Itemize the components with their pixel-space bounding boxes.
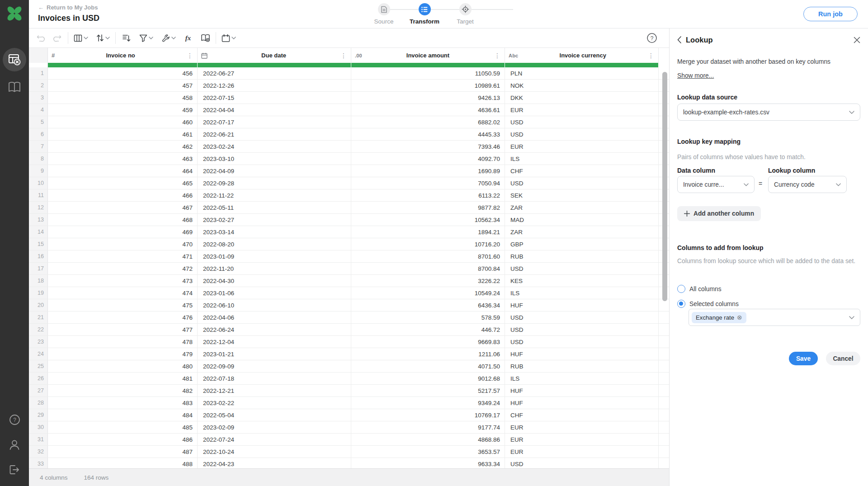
table-cell[interactable]: 474 bbox=[48, 287, 198, 299]
filter-menu-button[interactable] bbox=[137, 31, 155, 45]
table-cell[interactable]: MAD bbox=[505, 214, 659, 226]
tools-menu-button[interactable] bbox=[160, 31, 178, 45]
table-cell[interactable]: USD bbox=[505, 116, 659, 128]
row-number[interactable]: 20 bbox=[29, 299, 48, 311]
table-cell[interactable]: EUR bbox=[505, 434, 659, 445]
row-number[interactable]: 1 bbox=[29, 67, 48, 79]
table-cell[interactable]: 2022-08-20 bbox=[198, 238, 351, 250]
back-to-jobs-link[interactable]: ← Return to My Jobs bbox=[38, 4, 98, 11]
table-cell[interactable]: HUF bbox=[505, 348, 659, 360]
table-cell[interactable]: 476 bbox=[48, 311, 198, 323]
table-cell[interactable]: 2022-04-06 bbox=[198, 311, 351, 323]
column-header-invoice-amount[interactable]: .00 Invoice amount ⋮ bbox=[351, 48, 505, 63]
run-job-button[interactable]: Run job bbox=[803, 7, 858, 21]
cancel-button[interactable]: Cancel bbox=[826, 352, 860, 365]
table-cell[interactable]: 2022-12-26 bbox=[198, 80, 351, 91]
table-cell[interactable]: 470 bbox=[48, 238, 198, 250]
column-header-invoice-currency[interactable]: Abc Invoice currency ⋮ bbox=[505, 48, 659, 63]
table-cell[interactable]: 484 bbox=[48, 409, 198, 421]
table-cell[interactable]: 466 bbox=[48, 189, 198, 201]
table-cell[interactable]: 464 bbox=[48, 165, 198, 177]
table-cell[interactable]: 462 bbox=[48, 141, 198, 152]
table-cell[interactable]: 2022-11-20 bbox=[198, 263, 351, 274]
table-cell[interactable]: 5217.57 bbox=[351, 385, 505, 396]
table-cell[interactable]: 2023-03-14 bbox=[198, 226, 351, 238]
table-cell[interactable]: 2022-06-27 bbox=[198, 67, 351, 79]
table-cell[interactable]: 9012.68 bbox=[351, 373, 505, 384]
table-cell[interactable]: 8701.60 bbox=[351, 250, 505, 262]
row-number[interactable]: 15 bbox=[29, 238, 48, 250]
table-cell[interactable]: 2022-07-17 bbox=[198, 116, 351, 128]
row-number[interactable]: 31 bbox=[29, 434, 48, 445]
radio-option[interactable]: Selected columns bbox=[677, 299, 860, 308]
table-cell[interactable]: 473 bbox=[48, 275, 198, 287]
table-cell[interactable]: 11050.59 bbox=[351, 67, 505, 79]
lookup-column-select[interactable]: Currency code bbox=[768, 176, 847, 193]
table-cell[interactable]: 2022-09-09 bbox=[198, 360, 351, 372]
table-cell[interactable]: CHF bbox=[505, 165, 659, 177]
table-cell[interactable]: 481 bbox=[48, 373, 198, 384]
vertical-scrollbar-thumb[interactable] bbox=[662, 72, 667, 301]
radio-icon[interactable] bbox=[677, 285, 685, 293]
table-cell[interactable]: 2022-05-11 bbox=[198, 202, 351, 213]
remove-tag-icon[interactable]: ⊗ bbox=[737, 314, 742, 321]
table-cell[interactable]: 2022-06-10 bbox=[198, 299, 351, 311]
table-cell[interactable]: 1211.06 bbox=[351, 348, 505, 360]
table-cell[interactable]: 4868.86 bbox=[351, 434, 505, 445]
row-number[interactable]: 32 bbox=[29, 446, 48, 458]
table-cell[interactable]: 6436.34 bbox=[351, 299, 505, 311]
data-column-select[interactable]: Invoice curre... bbox=[677, 176, 755, 193]
table-cell[interactable]: 2022-07-15 bbox=[198, 92, 351, 104]
table-cell[interactable]: 461 bbox=[48, 128, 198, 140]
table-cell[interactable]: 457 bbox=[48, 80, 198, 91]
table-cell[interactable]: 486 bbox=[48, 434, 198, 445]
row-number[interactable]: 5 bbox=[29, 116, 48, 128]
radio-option[interactable]: All columns bbox=[677, 284, 860, 293]
row-number[interactable]: 13 bbox=[29, 214, 48, 226]
row-number[interactable]: 11 bbox=[29, 189, 48, 201]
table-cell[interactable]: 10549.24 bbox=[351, 287, 505, 299]
table-cell[interactable]: HUF bbox=[505, 397, 659, 409]
table-cell[interactable]: 10769.17 bbox=[351, 409, 505, 421]
table-cell[interactable]: 2022-07-18 bbox=[198, 373, 351, 384]
column-menu-icon[interactable]: ⋮ bbox=[186, 52, 193, 60]
app-logo-clover-icon[interactable] bbox=[5, 4, 24, 23]
table-cell[interactable]: 2022-09-28 bbox=[198, 177, 351, 189]
table-cell[interactable]: 7050.94 bbox=[351, 177, 505, 189]
table-cell[interactable]: 10562.34 bbox=[351, 214, 505, 226]
table-cell[interactable]: 472 bbox=[48, 263, 198, 274]
table-cell[interactable]: 9349.24 bbox=[351, 397, 505, 409]
table-cell[interactable]: 2023-01-21 bbox=[198, 348, 351, 360]
table-cell[interactable]: 475 bbox=[48, 299, 198, 311]
table-cell[interactable]: EUR bbox=[505, 104, 659, 116]
redo-button[interactable] bbox=[51, 31, 64, 45]
table-cell[interactable]: DKK bbox=[505, 92, 659, 104]
table-cell[interactable]: PLN bbox=[505, 67, 659, 79]
add-another-column-button[interactable]: Add another column bbox=[677, 206, 761, 221]
table-cell[interactable]: USD bbox=[505, 311, 659, 323]
table-cell[interactable]: 487 bbox=[48, 446, 198, 458]
close-icon[interactable] bbox=[854, 37, 860, 43]
row-number[interactable]: 4 bbox=[29, 104, 48, 116]
table-cell[interactable]: 6882.02 bbox=[351, 116, 505, 128]
table-cell[interactable]: KES bbox=[505, 275, 659, 287]
step-target[interactable]: Target bbox=[445, 3, 486, 25]
row-number[interactable]: 24 bbox=[29, 348, 48, 360]
table-cell[interactable]: USD bbox=[505, 324, 659, 335]
column-menu-icon[interactable]: ⋮ bbox=[340, 52, 347, 60]
step-source[interactable]: Source bbox=[363, 3, 404, 25]
row-number[interactable]: 28 bbox=[29, 397, 48, 409]
table-cell[interactable]: 2022-12-04 bbox=[198, 336, 351, 348]
table-cell[interactable]: HUF bbox=[505, 385, 659, 396]
table-cell[interactable]: EUR bbox=[505, 141, 659, 152]
table-cell[interactable]: 2022-04-30 bbox=[198, 275, 351, 287]
table-cell[interactable]: 459 bbox=[48, 104, 198, 116]
table-cell[interactable]: 7393.46 bbox=[351, 141, 505, 152]
table-cell[interactable]: 2022-10-24 bbox=[198, 446, 351, 458]
table-cell[interactable]: USD bbox=[505, 177, 659, 189]
table-cell[interactable]: 479 bbox=[48, 348, 198, 360]
table-cell[interactable]: 446.72 bbox=[351, 324, 505, 335]
row-number-header[interactable] bbox=[29, 48, 48, 63]
table-cell[interactable]: ILS bbox=[505, 153, 659, 165]
sidebar-item-jobs[interactable] bbox=[3, 48, 26, 71]
